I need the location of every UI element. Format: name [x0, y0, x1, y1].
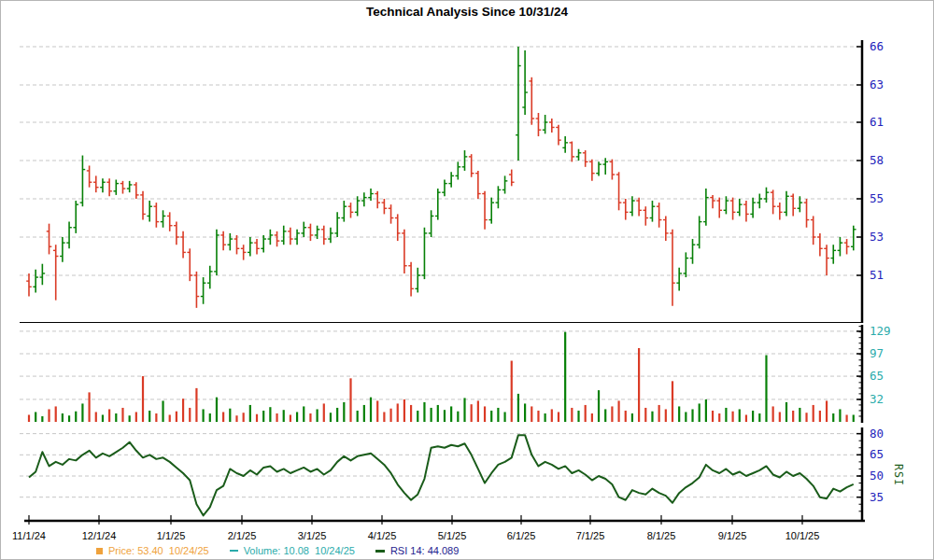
svg-text:129: 129: [870, 324, 891, 338]
svg-text:51: 51: [870, 268, 884, 282]
svg-text:65: 65: [870, 369, 884, 383]
svg-text:97: 97: [870, 346, 884, 360]
svg-text:32: 32: [870, 392, 884, 406]
volume-bars: [28, 332, 855, 422]
svg-text:66: 66: [870, 39, 884, 53]
technical-analysis-window: Technical Analysis Since 10/31/24 515355…: [0, 0, 934, 560]
x-tick-label: 11/1/24: [12, 530, 46, 541]
svg-text:80: 80: [870, 427, 884, 441]
x-tick-label: 9/1/25: [718, 530, 747, 541]
rsi-line: [29, 435, 854, 515]
x-tick-label: 12/1/24: [82, 530, 117, 541]
svg-text:58: 58: [870, 153, 884, 167]
svg-text:50: 50: [870, 469, 884, 483]
x-tick-label: 4/1/25: [368, 530, 397, 541]
x-tick-label: 3/1/25: [298, 530, 327, 541]
x-tick-label: 7/1/25: [576, 530, 605, 541]
rsi-swatch-icon: [375, 550, 385, 553]
x-tick-label: 2/1/25: [228, 530, 257, 541]
svg-text:55: 55: [870, 191, 884, 205]
x-tick-label: 1/1/25: [157, 530, 186, 541]
x-tick-label: 6/1/25: [507, 530, 536, 541]
legend-rsi-label: RSI 14: 44.089: [390, 545, 459, 556]
svg-text:53: 53: [870, 230, 884, 244]
svg-text:35: 35: [870, 490, 884, 504]
legend-price-label: Price: 53.40 10/24/25: [108, 545, 209, 556]
price-swatch-icon: [96, 548, 103, 554]
x-tick-label: 8/1/25: [647, 530, 676, 541]
svg-text:65: 65: [870, 447, 884, 461]
technical-analysis-chart: 5153555861636632659712935506580RSI11/1/2…: [1, 1, 934, 560]
volume-swatch-icon: [230, 550, 238, 552]
chart-legend: Price: 53.40 10/24/25 Volume: 10.08 10/2…: [96, 545, 459, 556]
rsi-axis-label: RSI: [892, 464, 905, 486]
x-tick-label: 10/1/25: [785, 530, 820, 541]
price-ohlc-bars: [26, 47, 856, 308]
svg-text:61: 61: [870, 115, 884, 129]
legend-volume-label: Volume: 10.08 10/24/25: [244, 545, 355, 556]
x-tick-label: 5/1/25: [438, 530, 467, 541]
gridlines: [20, 47, 860, 497]
svg-text:63: 63: [870, 77, 884, 91]
axes: [20, 40, 865, 525]
